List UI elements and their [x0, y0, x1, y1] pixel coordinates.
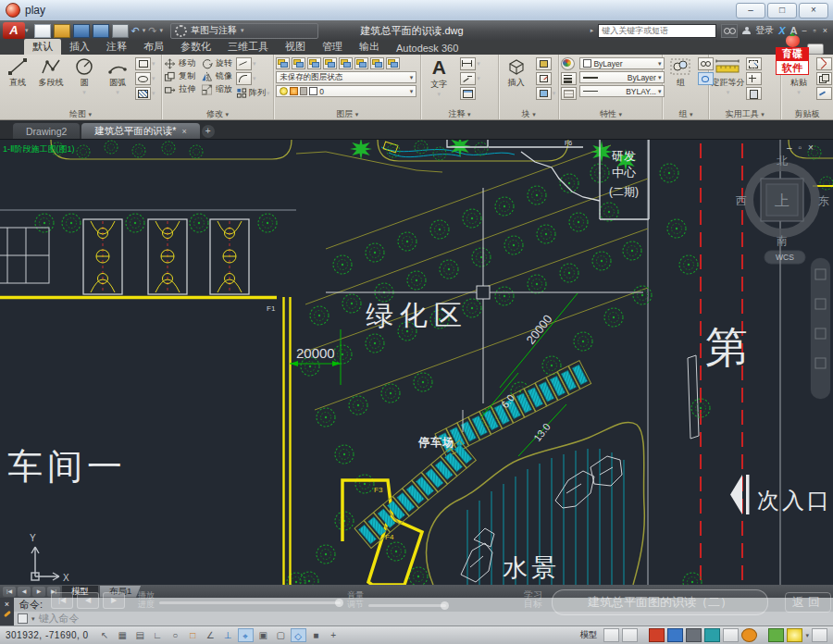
arc-tool[interactable]: 圆弧 ▾: [102, 57, 133, 108]
copy-tool[interactable]: 复制: [164, 70, 195, 82]
calculator-icon[interactable]: [746, 87, 762, 100]
hardware-accel-icon[interactable]: [768, 628, 784, 642]
save-as-button[interactable]: [93, 24, 109, 38]
selection-cycling-toggle[interactable]: +: [326, 628, 342, 642]
line-tool[interactable]: 直线: [2, 57, 33, 108]
layer-unisolate-icon[interactable]: [323, 57, 337, 69]
panel-group-label[interactable]: 组 ▾: [663, 108, 708, 119]
progress-slider[interactable]: [159, 601, 341, 604]
player-skip-back-button[interactable]: |◀: [51, 592, 73, 609]
lineweight-list-icon[interactable]: [561, 72, 577, 85]
block-attr-dropdown-icon[interactable]: ▾: [553, 90, 556, 97]
navigation-bar[interactable]: [811, 258, 830, 399]
file-tab-drawing2[interactable]: Drawing2: [13, 123, 80, 139]
leader-icon[interactable]: [460, 72, 476, 85]
title-expand-icon[interactable]: ▸: [591, 27, 594, 34]
ribbon-tab-annotate[interactable]: 注释: [98, 39, 135, 55]
redo-dropdown-icon[interactable]: ▾: [159, 27, 163, 34]
model-space-button[interactable]: 模型: [576, 629, 601, 641]
circle-dropdown-icon[interactable]: ▾: [82, 89, 86, 96]
ribbon-tab-insert[interactable]: 插入: [61, 39, 98, 55]
viewcube-south[interactable]: 南: [777, 234, 788, 247]
panel-block-label[interactable]: 块 ▾: [499, 108, 559, 119]
panel-layers-label[interactable]: 图层 ▾: [274, 108, 420, 119]
file-tab-close-icon[interactable]: ×: [181, 127, 186, 136]
scale-tool[interactable]: 缩放: [201, 83, 232, 95]
array-tool[interactable]: 阵列▾: [236, 87, 270, 99]
group-edit-icon[interactable]: [698, 72, 714, 85]
lock-ui-icon[interactable]: [723, 628, 739, 642]
back-button[interactable]: 返回: [785, 592, 831, 613]
edit-block-icon[interactable]: [536, 72, 552, 85]
panel-utilities-label[interactable]: 实用工具 ▾: [709, 108, 780, 119]
panel-annotation-label[interactable]: 注释 ▾: [421, 108, 498, 119]
block-attributes-icon[interactable]: [536, 87, 552, 100]
ellipse-icon[interactable]: [135, 72, 151, 85]
plot-button[interactable]: [112, 24, 129, 38]
ribbon-tab-home[interactable]: 默认: [24, 39, 61, 55]
annotation-visibility-icon[interactable]: [667, 628, 683, 642]
create-block-icon[interactable]: [536, 57, 552, 70]
ellipse-dropdown-icon[interactable]: ▾: [152, 75, 155, 82]
undo-dropdown-icon[interactable]: ▾: [143, 27, 146, 34]
dyn-input-toggle[interactable]: ▣: [255, 628, 271, 642]
redo-icon[interactable]: ↷: [148, 25, 156, 37]
workspace-switch-icon[interactable]: [704, 628, 720, 642]
circle-tool[interactable]: 圆 ▾: [68, 57, 100, 108]
linetype-combo[interactable]: BYLAY... ▾: [579, 85, 665, 97]
lineweight-combo[interactable]: ByLayer ▾: [579, 71, 665, 83]
media-icon[interactable]: [807, 43, 824, 55]
layer-match-icon[interactable]: [386, 57, 400, 69]
viewcube-east[interactable]: 东: [818, 194, 829, 207]
layer-state-icon[interactable]: [292, 57, 305, 69]
open-file-button[interactable]: [54, 24, 70, 38]
measure-dropdown-icon[interactable]: ▾: [727, 89, 730, 96]
layer-combo[interactable]: 0 ▾: [276, 85, 416, 97]
otrack-toggle[interactable]: ⊥: [220, 628, 236, 642]
infer-constraints-toggle[interactable]: ↖: [97, 628, 113, 642]
table-icon[interactable]: [460, 87, 476, 100]
undo-icon[interactable]: ↶: [131, 25, 140, 37]
clean-screen-corner-icon[interactable]: [812, 628, 827, 642]
ribbon-tab-view[interactable]: 视图: [277, 39, 314, 55]
transparency-toggle[interactable]: ◇: [291, 628, 306, 642]
layer-isolate-icon[interactable]: [307, 57, 321, 69]
leader-dropdown-icon[interactable]: ▾: [477, 75, 480, 82]
3dosnap-toggle[interactable]: ∠: [203, 628, 218, 642]
trim-dropdown-icon[interactable]: ▾: [253, 60, 256, 68]
wrench-icon[interactable]: [3, 611, 10, 617]
trim-icon[interactable]: [236, 57, 252, 70]
new-file-button[interactable]: [34, 24, 51, 38]
file-tab-active[interactable]: 建筑总平面的识读* ×: [81, 123, 199, 139]
ribbon-tab-a360[interactable]: Autodesk 360: [388, 42, 466, 55]
stretch-tool[interactable]: 拉伸: [164, 83, 195, 95]
isolate-objects-icon[interactable]: [741, 628, 757, 642]
search-input[interactable]: [598, 24, 716, 38]
polar-toggle[interactable]: ○: [168, 628, 183, 642]
tab-first-button[interactable]: |◀: [3, 587, 16, 597]
text-tool[interactable]: A 文字 ▾: [423, 57, 454, 108]
save-button[interactable]: [73, 24, 90, 38]
command-dropdown-icon[interactable]: ▾: [31, 615, 35, 623]
layer-off-icon[interactable]: [354, 57, 368, 69]
ribbon-tab-3dtools[interactable]: 三维工具: [219, 39, 277, 55]
minimize-button[interactable]: –: [736, 3, 765, 19]
transparency-icon[interactable]: [561, 87, 577, 100]
acad-logo-button[interactable]: A: [3, 22, 25, 39]
color-wheel-icon[interactable]: [561, 57, 575, 70]
autoscale-icon[interactable]: [686, 628, 702, 642]
player-play-button[interactable]: ▶: [103, 592, 125, 609]
ribbon-tab-parametric[interactable]: 参数化: [172, 39, 219, 55]
group-tool[interactable]: 组: [665, 57, 696, 108]
hatch-icon[interactable]: [135, 87, 151, 100]
acad-close-icon[interactable]: ×: [823, 26, 829, 35]
panel-draw-label[interactable]: 绘图 ▾: [0, 108, 161, 119]
paste-dropdown-icon[interactable]: ▾: [797, 89, 801, 96]
osnap-toggle[interactable]: □: [185, 628, 201, 642]
close-button[interactable]: ×: [799, 3, 828, 19]
move-tool[interactable]: 移动: [164, 57, 195, 69]
panel-clipboard-label[interactable]: 剪贴板: [781, 108, 833, 119]
tab-prev-button[interactable]: ◀: [18, 587, 31, 597]
acad-restore-icon[interactable]: ▫: [814, 26, 818, 35]
viewcube[interactable]: 上 北 南 西 东 WCS: [736, 155, 829, 264]
